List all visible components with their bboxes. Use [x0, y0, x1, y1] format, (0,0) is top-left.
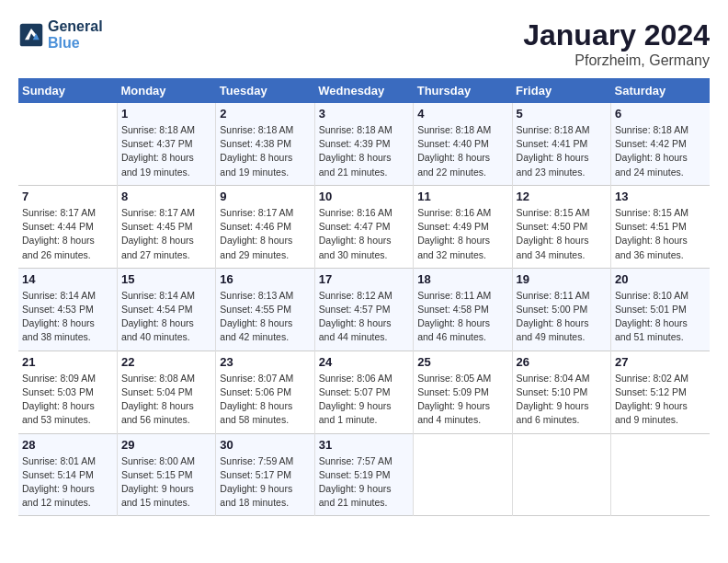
day-number: 24	[319, 355, 409, 369]
day-cell: 26 Sunrise: 8:04 AMSunset: 5:10 PMDaylig…	[512, 350, 610, 433]
day-cell: 16 Sunrise: 8:13 AMSunset: 4:55 PMDaylig…	[216, 268, 314, 350]
day-info: Sunrise: 8:18 AMSunset: 4:41 PMDaylight:…	[517, 123, 607, 179]
calendar-table: SundayMondayTuesdayWednesdayThursdayFrid…	[18, 78, 710, 516]
day-cell	[414, 433, 512, 516]
logo-icon	[18, 22, 44, 48]
day-number: 11	[417, 190, 507, 203]
day-cell: 25 Sunrise: 8:05 AMSunset: 5:09 PMDaylig…	[414, 350, 512, 433]
day-cell: 22 Sunrise: 8:08 AMSunset: 5:04 PMDaylig…	[117, 350, 215, 433]
day-number: 18	[417, 272, 507, 286]
day-number: 4	[417, 107, 507, 121]
header-row: SundayMondayTuesdayWednesdayThursdayFrid…	[18, 78, 710, 103]
day-number: 6	[615, 107, 706, 121]
day-info: Sunrise: 8:04 AMSunset: 5:10 PMDaylight:…	[517, 372, 607, 428]
day-cell: 30 Sunrise: 7:59 AMSunset: 5:17 PMDaylig…	[216, 433, 314, 516]
day-cell: 31 Sunrise: 7:57 AMSunset: 5:19 PMDaylig…	[314, 433, 413, 516]
day-info: Sunrise: 7:59 AMSunset: 5:17 PMDaylight:…	[220, 454, 310, 511]
day-number: 14	[22, 272, 113, 286]
day-number: 27	[615, 355, 706, 369]
day-info: Sunrise: 8:14 AMSunset: 4:53 PMDaylight:…	[22, 289, 113, 345]
day-cell: 19 Sunrise: 8:11 AMSunset: 5:00 PMDaylig…	[512, 268, 610, 350]
day-info: Sunrise: 8:14 AMSunset: 4:54 PMDaylight:…	[121, 289, 211, 345]
day-number: 26	[517, 355, 607, 369]
day-number: 31	[319, 438, 409, 452]
day-cell: 1 Sunrise: 8:18 AMSunset: 4:37 PMDayligh…	[117, 103, 215, 185]
day-cell: 20 Sunrise: 8:10 AMSunset: 5:01 PMDaylig…	[611, 268, 710, 350]
day-number: 20	[615, 272, 706, 286]
day-number: 15	[121, 272, 211, 286]
col-header-wednesday: Wednesday	[314, 78, 413, 103]
day-number: 16	[220, 272, 310, 286]
day-cell: 4 Sunrise: 8:18 AMSunset: 4:40 PMDayligh…	[414, 103, 512, 185]
day-cell: 24 Sunrise: 8:06 AMSunset: 5:07 PMDaylig…	[314, 350, 413, 433]
day-info: Sunrise: 8:17 AMSunset: 4:46 PMDaylight:…	[220, 206, 310, 262]
week-row-3: 14 Sunrise: 8:14 AMSunset: 4:53 PMDaylig…	[18, 268, 710, 350]
day-info: Sunrise: 8:15 AMSunset: 4:50 PMDaylight:…	[517, 206, 607, 262]
day-info: Sunrise: 8:11 AMSunset: 4:58 PMDaylight:…	[417, 289, 507, 345]
day-number: 7	[22, 190, 113, 203]
day-cell: 13 Sunrise: 8:15 AMSunset: 4:51 PMDaylig…	[611, 185, 710, 268]
day-cell: 9 Sunrise: 8:17 AMSunset: 4:46 PMDayligh…	[216, 185, 314, 268]
day-info: Sunrise: 8:01 AMSunset: 5:14 PMDaylight:…	[22, 454, 113, 511]
day-number: 17	[319, 272, 409, 286]
day-cell: 18 Sunrise: 8:11 AMSunset: 4:58 PMDaylig…	[414, 268, 512, 350]
day-number: 28	[22, 438, 113, 452]
col-header-thursday: Thursday	[414, 78, 512, 103]
day-info: Sunrise: 8:11 AMSunset: 5:00 PMDaylight:…	[517, 289, 607, 345]
day-cell: 2 Sunrise: 8:18 AMSunset: 4:38 PMDayligh…	[216, 103, 314, 185]
day-cell: 28 Sunrise: 8:01 AMSunset: 5:14 PMDaylig…	[18, 433, 117, 516]
day-info: Sunrise: 8:17 AMSunset: 4:44 PMDaylight:…	[22, 206, 113, 262]
day-number: 5	[517, 107, 607, 121]
day-cell	[512, 433, 610, 516]
day-number: 9	[220, 190, 310, 203]
day-info: Sunrise: 8:15 AMSunset: 4:51 PMDaylight:…	[615, 206, 706, 262]
day-cell: 15 Sunrise: 8:14 AMSunset: 4:54 PMDaylig…	[117, 268, 215, 350]
day-cell: 27 Sunrise: 8:02 AMSunset: 5:12 PMDaylig…	[611, 350, 710, 433]
day-info: Sunrise: 8:06 AMSunset: 5:07 PMDaylight:…	[319, 372, 409, 428]
location-subtitle: Pforzheim, Germany	[523, 52, 710, 69]
day-info: Sunrise: 8:12 AMSunset: 4:57 PMDaylight:…	[319, 289, 409, 345]
day-info: Sunrise: 8:18 AMSunset: 4:42 PMDaylight:…	[615, 123, 706, 179]
day-cell	[611, 433, 710, 516]
day-cell: 21 Sunrise: 8:09 AMSunset: 5:03 PMDaylig…	[18, 350, 117, 433]
col-header-friday: Friday	[512, 78, 610, 103]
col-header-saturday: Saturday	[611, 78, 710, 103]
day-cell: 7 Sunrise: 8:17 AMSunset: 4:44 PMDayligh…	[18, 185, 117, 268]
day-number: 29	[121, 438, 211, 452]
week-row-2: 7 Sunrise: 8:17 AMSunset: 4:44 PMDayligh…	[18, 185, 710, 268]
day-info: Sunrise: 8:18 AMSunset: 4:39 PMDaylight:…	[319, 123, 409, 179]
day-cell: 8 Sunrise: 8:17 AMSunset: 4:45 PMDayligh…	[117, 185, 215, 268]
title-block: January 2024 Pforzheim, Germany	[523, 18, 710, 69]
col-header-monday: Monday	[117, 78, 215, 103]
month-title: January 2024	[523, 18, 710, 52]
day-info: Sunrise: 8:08 AMSunset: 5:04 PMDaylight:…	[121, 372, 211, 428]
day-number: 1	[121, 107, 211, 121]
week-row-1: 1 Sunrise: 8:18 AMSunset: 4:37 PMDayligh…	[18, 103, 710, 185]
day-cell: 10 Sunrise: 8:16 AMSunset: 4:47 PMDaylig…	[314, 185, 413, 268]
day-cell: 3 Sunrise: 8:18 AMSunset: 4:39 PMDayligh…	[314, 103, 413, 185]
day-info: Sunrise: 8:18 AMSunset: 4:37 PMDaylight:…	[121, 123, 211, 179]
day-number: 21	[22, 355, 113, 369]
day-cell	[18, 103, 117, 185]
day-cell: 17 Sunrise: 8:12 AMSunset: 4:57 PMDaylig…	[314, 268, 413, 350]
day-cell: 11 Sunrise: 8:16 AMSunset: 4:49 PMDaylig…	[414, 185, 512, 268]
day-info: Sunrise: 8:18 AMSunset: 4:40 PMDaylight:…	[417, 123, 507, 179]
day-info: Sunrise: 8:16 AMSunset: 4:47 PMDaylight:…	[319, 206, 409, 262]
day-number: 13	[615, 190, 706, 203]
day-number: 22	[121, 355, 211, 369]
day-number: 25	[417, 355, 507, 369]
week-row-5: 28 Sunrise: 8:01 AMSunset: 5:14 PMDaylig…	[18, 433, 710, 516]
day-number: 3	[319, 107, 409, 121]
day-info: Sunrise: 8:18 AMSunset: 4:38 PMDaylight:…	[220, 123, 310, 179]
day-number: 23	[220, 355, 310, 369]
day-number: 10	[319, 190, 409, 203]
page-header: General Blue January 2024 Pforzheim, Ger…	[18, 18, 710, 69]
day-info: Sunrise: 8:00 AMSunset: 5:15 PMDaylight:…	[121, 454, 211, 511]
day-info: Sunrise: 8:09 AMSunset: 5:03 PMDaylight:…	[22, 372, 113, 428]
day-info: Sunrise: 8:10 AMSunset: 5:01 PMDaylight:…	[615, 289, 706, 345]
day-cell: 6 Sunrise: 8:18 AMSunset: 4:42 PMDayligh…	[611, 103, 710, 185]
day-cell: 23 Sunrise: 8:07 AMSunset: 5:06 PMDaylig…	[216, 350, 314, 433]
svg-rect-0	[20, 24, 43, 47]
day-info: Sunrise: 8:02 AMSunset: 5:12 PMDaylight:…	[615, 372, 706, 428]
day-info: Sunrise: 8:16 AMSunset: 4:49 PMDaylight:…	[417, 206, 507, 262]
